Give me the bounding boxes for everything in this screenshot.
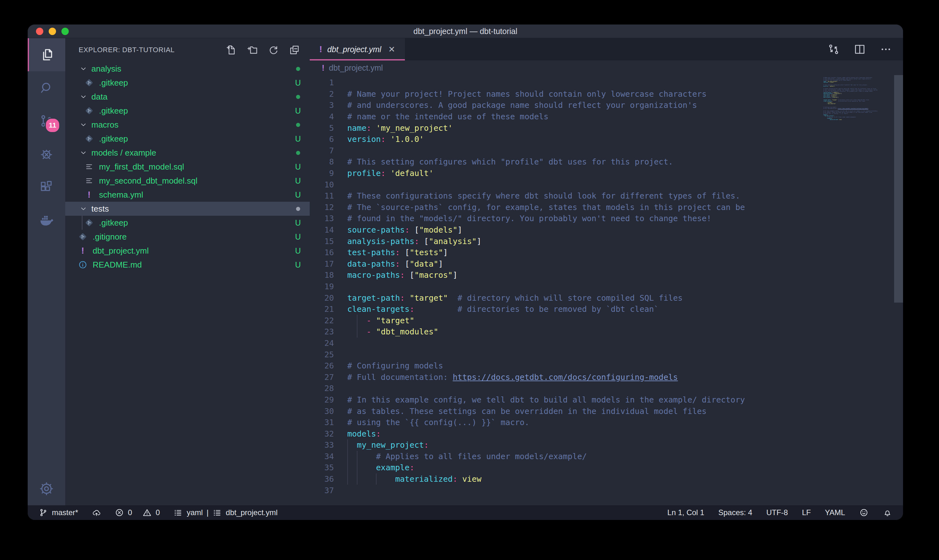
code-line[interactable]: 33 my_new_project: [310, 439, 903, 451]
code-line[interactable]: 2# Name your project! Project names shou… [310, 88, 903, 100]
code-line[interactable]: 34 # Applies to all files under models/e… [310, 451, 903, 462]
sql-file-icon [84, 162, 94, 171]
code-line[interactable]: 32models: [310, 428, 903, 439]
code-line[interactable]: 29# In this example config, we tell dbt … [310, 394, 903, 406]
code-line[interactable]: 31# using the `{{ config(...) }}` macro. [310, 417, 903, 428]
refresh-button[interactable] [268, 44, 279, 56]
notifications-item[interactable] [883, 508, 892, 517]
code-line[interactable]: 20target-path: "target" # directory whic… [310, 292, 903, 303]
extensions-icon [39, 180, 54, 195]
tree-item-models-example[interactable]: models / example [65, 146, 310, 160]
activity-explorer[interactable] [28, 38, 65, 71]
tree-item--gitkeep[interactable]: .gitkeepU [65, 132, 310, 146]
tree-item-readme-md[interactable]: README.mdU [65, 258, 310, 272]
line-number: 18 [310, 271, 334, 280]
editor-scrollbar[interactable] [894, 75, 903, 303]
code-line[interactable]: 12# The `source-paths` config, for examp… [310, 202, 903, 213]
open-changes-button[interactable] [827, 43, 840, 56]
collapse-all-button[interactable] [289, 44, 300, 56]
explorer-title: EXPLORER: DBT-TUTORIAL [79, 46, 226, 54]
code-line[interactable]: 7 [310, 145, 903, 157]
indentation-item[interactable]: Spaces: 4 [719, 508, 753, 517]
minimap[interactable]: # Name your project! Project names shoul… [820, 76, 893, 122]
line-number: 23 [310, 327, 334, 336]
linter-item[interactable]: yaml | dbt_project.yml [173, 508, 277, 517]
code-line[interactable]: 8# This setting configures which "profil… [310, 156, 903, 168]
tree-item--gitkeep[interactable]: .gitkeepU [65, 216, 310, 230]
line-number: 3 [310, 100, 334, 110]
code-line[interactable]: 18macro-paths: ["macros"] [310, 269, 903, 281]
eol-item[interactable]: LF [802, 508, 811, 517]
line-number: 21 [310, 305, 334, 314]
breadcrumb[interactable]: ! dbt_project.yml [310, 60, 903, 75]
code-line[interactable]: 23 - "dbt_modules" [310, 326, 903, 338]
code-line[interactable]: 10 [310, 179, 903, 190]
sync-item[interactable] [92, 508, 101, 517]
activity-debug[interactable] [28, 137, 65, 171]
more-actions-button[interactable] [879, 43, 892, 56]
tree-item-macros[interactable]: macros [65, 118, 310, 132]
code-line[interactable]: 30# as tables. These settings can be ove… [310, 405, 903, 417]
encoding-item[interactable]: UTF-8 [766, 508, 788, 517]
line-number: 11 [310, 191, 334, 200]
new-folder-button[interactable] [247, 44, 258, 56]
git-branch-item[interactable]: master* [38, 508, 78, 517]
tree-item--gitkeep[interactable]: .gitkeepU [65, 76, 310, 90]
split-editor-button[interactable] [853, 43, 866, 56]
tab-dbt-project-yml[interactable]: ! dbt_project.yml ✕ [310, 38, 405, 60]
code-line[interactable]: 6version: '1.0.0' [310, 134, 903, 145]
code-line[interactable]: 21clean-targets: # directories to be rem… [310, 303, 903, 315]
code-line[interactable]: 1 [310, 77, 903, 88]
search-icon [39, 80, 54, 95]
line-number: 26 [310, 361, 334, 370]
activity-docker[interactable] [28, 204, 65, 237]
code-line[interactable]: 4# name or the intended use of these mod… [310, 111, 903, 123]
line-number: 14 [310, 225, 334, 234]
code-line[interactable]: 5name: 'my_new_project' [310, 122, 903, 134]
feedback-item[interactable] [859, 508, 869, 517]
tree-item-label: models / example [91, 148, 296, 158]
code-line[interactable]: 27# Full documentation: https://docs.get… [310, 371, 903, 383]
code-line[interactable]: 9profile: 'default' [310, 168, 903, 179]
code-line[interactable]: 14source-paths: ["models"] [310, 224, 903, 236]
cursor-position[interactable]: Ln 1, Col 1 [668, 508, 704, 517]
code-line[interactable]: 16test-paths: ["tests"] [310, 247, 903, 258]
tree-item--gitignore[interactable]: .gitignoreU [65, 230, 310, 244]
code-line[interactable]: 11# These configurations specify where d… [310, 190, 903, 202]
tree-item-analysis[interactable]: analysis [65, 62, 310, 76]
code-editor[interactable]: 12# Name your project! Project names sho… [310, 75, 903, 505]
code-line[interactable]: 26# Configuring models [310, 360, 903, 372]
vscode-window: dbt_project.yml — dbt-tutorial 11 EXPLOR… [28, 25, 903, 520]
line-number: 10 [310, 180, 334, 189]
new-file-button[interactable] [226, 44, 237, 56]
line-number: 12 [310, 203, 334, 212]
problems-item[interactable]: 0 0 [115, 508, 160, 517]
code-line[interactable]: 19 [310, 281, 903, 292]
code-line[interactable]: 25 [310, 349, 903, 360]
code-line[interactable]: 13# found in the "models/" directory. Yo… [310, 213, 903, 224]
code-line[interactable]: 36 materialized: view [310, 474, 903, 485]
language-mode-item[interactable]: YAML [825, 508, 845, 517]
activity-settings[interactable] [28, 472, 65, 505]
tree-item-schema-yml[interactable]: !schema.ymlU [65, 188, 310, 202]
code-line[interactable]: 15analysis-paths: ["analysis"] [310, 235, 903, 247]
close-tab-icon[interactable]: ✕ [386, 45, 395, 54]
code-line[interactable]: 24 [310, 338, 903, 349]
code-line[interactable]: 3# and underscores. A good package name … [310, 100, 903, 111]
tree-item-dbt-project-yml[interactable]: !dbt_project.ymlU [65, 244, 310, 258]
activity-source-control[interactable]: 11 [28, 105, 65, 137]
folder-modified-dot [296, 67, 300, 71]
activity-extensions[interactable] [28, 171, 65, 204]
tree-item-label: data [91, 92, 296, 102]
code-line[interactable]: 22 - "target" [310, 315, 903, 326]
tree-item-tests[interactable]: tests [65, 202, 310, 216]
code-line[interactable]: 35 example: [310, 462, 903, 474]
code-line[interactable]: 37 [310, 485, 903, 496]
tree-item--gitkeep[interactable]: .gitkeepU [65, 104, 310, 118]
code-line[interactable]: 28 [310, 383, 903, 394]
activity-search[interactable] [28, 71, 65, 105]
tree-item-my-second-dbt-model-sql[interactable]: my_second_dbt_model.sqlU [65, 174, 310, 188]
tree-item-my-first-dbt-model-sql[interactable]: my_first_dbt_model.sqlU [65, 160, 310, 174]
tree-item-data[interactable]: data [65, 90, 310, 104]
code-line[interactable]: 17data-paths: ["data"] [310, 258, 903, 270]
